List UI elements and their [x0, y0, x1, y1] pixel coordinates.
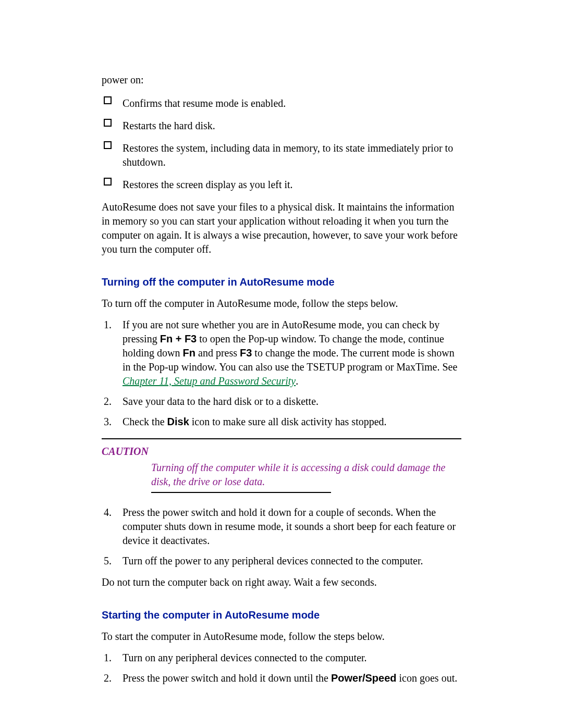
section2-intro: To start the computer in AutoResume mode…: [102, 630, 461, 644]
key-combo: Fn + F3: [160, 333, 197, 344]
checklist-text: Confirms that resume mode is enabled.: [123, 97, 286, 109]
key-combo: F3: [240, 347, 252, 359]
checklist-item: Restores the system, including data in m…: [102, 141, 461, 169]
power-speed-icon-name: Power/Speed: [331, 672, 397, 684]
step-text: icon to make sure all disk activity has …: [189, 416, 387, 427]
list-item: Check the Disk icon to make sure all dis…: [102, 415, 461, 429]
list-item: Save your data to the hard disk or to a …: [102, 394, 461, 409]
list-item: Press the power switch and hold it down …: [102, 671, 461, 685]
power-on-checklist: Confirms that resume mode is enabled. Re…: [102, 96, 461, 192]
turning-off-steps-cont: Press the power switch and hold it down …: [102, 505, 461, 568]
list-item: Turn on any peripheral devices connected…: [102, 651, 461, 665]
checkbox-icon: [104, 119, 112, 127]
caution-text: Turning off the computer while it is acc…: [151, 461, 456, 489]
checkbox-icon: [104, 141, 112, 149]
list-item: If you are not sure whether you are in A…: [102, 318, 461, 388]
step-text: Press the power switch and hold it down …: [123, 672, 331, 684]
caution-block: CAUTION Turning off the computer while i…: [102, 438, 461, 493]
section-heading-starting: Starting the computer in AutoResume mode: [102, 608, 461, 622]
step-text: Press the power switch and hold it down …: [123, 507, 456, 546]
autoresume-paragraph: AutoResume does not save your files to a…: [102, 200, 461, 256]
chapter-11-link[interactable]: Chapter 11, Setup and Password Security: [123, 375, 296, 387]
starting-steps: Turn on any peripheral devices connected…: [102, 651, 461, 685]
key-combo: Fn: [183, 347, 195, 359]
step-text: Turn on any peripheral devices connected…: [123, 652, 367, 663]
turning-off-steps: If you are not sure whether you are in A…: [102, 318, 461, 429]
list-item: Press the power switch and hold it down …: [102, 505, 461, 548]
step-text: and press: [195, 347, 240, 359]
checkbox-icon: [104, 96, 112, 104]
list-item: Turn off the power to any peripheral dev…: [102, 554, 461, 568]
section1-intro: To turn off the computer in AutoResume m…: [102, 297, 461, 311]
caution-label: CAUTION: [102, 445, 461, 459]
step-text: icon goes out.: [397, 672, 458, 684]
section1-after: Do not turn the computer back on right a…: [102, 575, 461, 589]
disk-icon-name: Disk: [167, 416, 189, 427]
step-text: .: [296, 375, 298, 387]
caution-rule-top: [102, 438, 461, 439]
checkbox-icon: [104, 178, 112, 186]
checklist-item: Confirms that resume mode is enabled.: [102, 96, 461, 110]
section-heading-turning-off: Turning off the computer in AutoResume m…: [102, 275, 461, 289]
checklist-item: Restarts the hard disk.: [102, 119, 461, 133]
document-page: power on: Confirms that resume mode is e…: [0, 0, 563, 728]
step-text: Check the: [123, 416, 167, 427]
step-text: Save your data to the hard disk or to a …: [123, 396, 319, 407]
checklist-text: Restarts the hard disk.: [123, 120, 215, 131]
checklist-item: Restores the screen display as you left …: [102, 178, 461, 192]
caution-rule-bottom: [151, 492, 331, 493]
intro-line: power on:: [102, 73, 461, 87]
checklist-text: Restores the screen display as you left …: [123, 179, 293, 190]
step-text: Turn off the power to any peripheral dev…: [123, 555, 423, 566]
checklist-text: Restores the system, including data in m…: [123, 142, 453, 168]
